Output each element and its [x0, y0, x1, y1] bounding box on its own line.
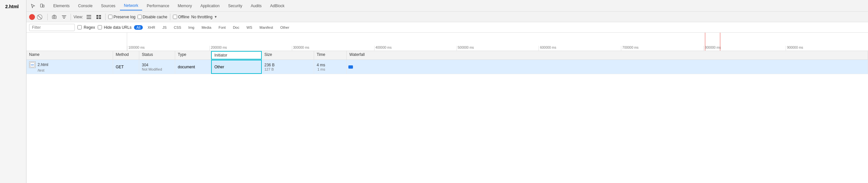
- file-path: /test: [38, 68, 44, 72]
- svg-rect-9: [96, 17, 98, 19]
- tab-application[interactable]: Application: [196, 2, 223, 10]
- ruler-marks: 100000 ms 200000 ms 300000 ms 400000 ms …: [127, 46, 868, 51]
- ruler-mark-300: 300000 ms: [292, 46, 374, 51]
- ruler-mark-900: 900000 ms: [786, 46, 868, 51]
- devtools-panel: Elements Console Sources Network Perform…: [26, 0, 868, 183]
- toolbar-divider-2: [70, 14, 71, 20]
- toolbar-divider-3: [105, 14, 105, 20]
- red-line-1: [705, 33, 705, 51]
- cell-name: </> 2.html /test: [27, 60, 113, 74]
- cursor-icon[interactable]: [29, 2, 37, 10]
- ruler-mark-400: 400000 ms: [374, 46, 457, 51]
- page-title: 2.html: [0, 0, 26, 13]
- filter-tag-ws[interactable]: WS: [244, 25, 255, 30]
- waterfall-bar: [348, 65, 353, 69]
- tab-memory[interactable]: Memory: [174, 2, 196, 10]
- filter-tag-manifest[interactable]: Manifest: [257, 25, 276, 30]
- tab-elements[interactable]: Elements: [49, 2, 73, 10]
- ruler-mark-600: 600000 ms: [538, 46, 621, 51]
- tab-bar: Elements Console Sources Network Perform…: [27, 0, 868, 12]
- tab-performance[interactable]: Performance: [143, 2, 173, 10]
- table-header: Name Method Status Type Initiator Size T…: [27, 51, 868, 60]
- ruler-mark-800: 800000 ms: [703, 46, 786, 51]
- cell-initiator: Other: [211, 60, 262, 74]
- svg-rect-6: [87, 18, 91, 19]
- cell-waterfall: [347, 60, 868, 74]
- cell-method: GET: [113, 60, 139, 74]
- tab-sources[interactable]: Sources: [97, 2, 119, 10]
- filter-icon[interactable]: [60, 13, 68, 21]
- filter-input[interactable]: [29, 24, 75, 31]
- tab-bar-icons: [29, 2, 46, 10]
- network-table: Name Method Status Type Initiator Size T…: [27, 51, 868, 183]
- svg-rect-2: [52, 16, 56, 19]
- file-icon: </>: [29, 61, 36, 68]
- regex-option[interactable]: Regex: [78, 25, 95, 30]
- col-header-waterfall[interactable]: Waterfall: [347, 51, 868, 59]
- col-header-status[interactable]: Status: [139, 51, 175, 59]
- toolbar-divider-4: [170, 14, 170, 20]
- disable-cache-checkbox[interactable]: Disable cache: [137, 15, 167, 19]
- tab-console[interactable]: Console: [74, 2, 96, 10]
- hide-data-urls-option[interactable]: Hide data URLs: [98, 25, 132, 30]
- col-header-name[interactable]: Name: [27, 51, 113, 59]
- filter-tag-other[interactable]: Other: [278, 25, 292, 30]
- camera-icon[interactable]: [50, 13, 58, 21]
- col-header-time[interactable]: Time: [314, 51, 347, 59]
- col-header-initiator[interactable]: Initiator: [211, 51, 262, 59]
- toolbar-divider-1: [48, 14, 48, 20]
- list-view-icon[interactable]: [85, 13, 93, 21]
- ruler-mark-200: 200000 ms: [210, 46, 292, 51]
- filter-tag-all[interactable]: All: [134, 25, 143, 30]
- table-row[interactable]: </> 2.html /test GET 304 Not Modified do…: [27, 60, 868, 74]
- clear-button[interactable]: ⃠: [37, 13, 45, 21]
- col-header-method[interactable]: Method: [113, 51, 139, 59]
- cell-time: 4 ms 1 ms: [314, 60, 347, 74]
- svg-rect-10: [99, 17, 101, 19]
- filter-tag-media[interactable]: Media: [199, 25, 214, 30]
- filter-tag-doc[interactable]: Doc: [231, 25, 242, 30]
- svg-text:</>: </>: [31, 64, 34, 66]
- filter-tag-css[interactable]: CSS: [172, 25, 184, 30]
- svg-point-3: [54, 16, 55, 18]
- col-header-size[interactable]: Size: [262, 51, 314, 59]
- toolbar: ⃠ View:: [27, 12, 868, 22]
- offline-checkbox[interactable]: Offline: [173, 15, 189, 19]
- record-button[interactable]: [29, 14, 35, 20]
- cell-status: 304 Not Modified: [139, 60, 175, 74]
- tab-security[interactable]: Security: [224, 2, 246, 10]
- grid-view-icon[interactable]: [95, 13, 103, 21]
- timeline-ruler: 100000 ms 200000 ms 300000 ms 400000 ms …: [27, 33, 868, 51]
- cell-type: document: [175, 60, 211, 74]
- filter-bar: Regex Hide data URLs All XHR JS CSS Img …: [27, 22, 868, 33]
- filter-tag-font[interactable]: Font: [216, 25, 228, 30]
- svg-rect-0: [40, 4, 42, 7]
- svg-rect-8: [99, 15, 101, 17]
- ruler-spacer: [27, 33, 127, 51]
- tab-audits[interactable]: Audits: [247, 2, 266, 10]
- svg-rect-1: [43, 5, 44, 7]
- ruler-mark-500: 500000 ms: [457, 46, 539, 51]
- svg-rect-5: [87, 17, 91, 17]
- file-name: 2.html: [38, 62, 49, 67]
- tab-adblock[interactable]: AdBlock: [266, 2, 288, 10]
- red-line-2: [720, 33, 720, 51]
- ruler-timeline: 100000 ms 200000 ms 300000 ms 400000 ms …: [127, 33, 868, 51]
- filter-tag-img[interactable]: Img: [186, 25, 196, 30]
- device-icon[interactable]: [38, 2, 46, 10]
- view-label: View:: [73, 15, 83, 19]
- col-header-type[interactable]: Type: [175, 51, 211, 59]
- filter-tag-xhr[interactable]: XHR: [146, 25, 157, 30]
- tab-network[interactable]: Network: [120, 1, 142, 10]
- svg-rect-4: [87, 15, 91, 16]
- svg-rect-7: [96, 15, 98, 17]
- ruler-mark-100: 100000 ms: [127, 46, 210, 51]
- empty-rows: [27, 74, 868, 94]
- ruler-mark-700: 700000 ms: [621, 46, 703, 51]
- no-throttle-select[interactable]: No throttling ▼: [191, 15, 217, 19]
- preserve-log-checkbox[interactable]: Preserve log: [108, 15, 135, 19]
- cell-size: 236 B 127 B: [262, 60, 314, 74]
- filter-tag-js[interactable]: JS: [160, 25, 169, 30]
